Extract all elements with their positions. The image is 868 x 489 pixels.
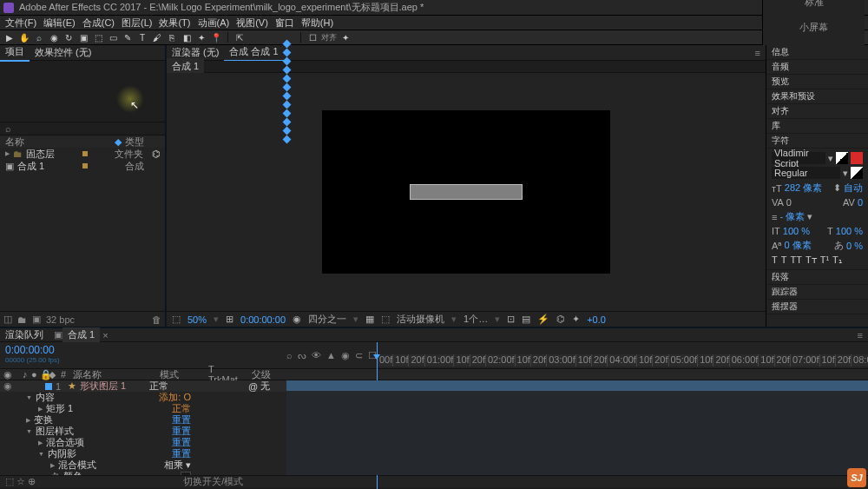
col-source[interactable]: 源名称 bbox=[69, 369, 156, 380]
tl-fx-icon[interactable]: ▲ bbox=[326, 350, 336, 360]
ruler-tick[interactable]: 10f bbox=[515, 354, 530, 367]
ruler-tick[interactable]: 04:00f bbox=[607, 354, 636, 367]
menu-文件(F)[interactable]: 文件(F) bbox=[5, 17, 36, 30]
ruler-tick[interactable]: 10f bbox=[697, 354, 713, 367]
stroke-width[interactable]: - 像素 bbox=[779, 210, 805, 223]
fill-color[interactable] bbox=[851, 152, 863, 164]
panel-字符[interactable]: 字符 bbox=[766, 134, 868, 149]
ruler-tick[interactable]: 10f bbox=[636, 354, 652, 367]
menu-帮助(H)[interactable]: 帮助(H) bbox=[301, 17, 333, 30]
panel-音频[interactable]: 音频 bbox=[766, 60, 868, 75]
label-color[interactable] bbox=[45, 383, 52, 390]
new-folder-icon[interactable]: 🖿 bbox=[17, 314, 27, 325]
search-icon[interactable]: ⌕ bbox=[5, 123, 11, 134]
view-layout[interactable]: 1个… bbox=[464, 313, 488, 326]
font-family[interactable]: Vladimir Script bbox=[772, 152, 825, 164]
col-eye[interactable]: ◉ bbox=[0, 369, 19, 380]
kerning[interactable]: 0 bbox=[786, 197, 792, 208]
ruler-tick[interactable]: 01:00f bbox=[424, 354, 454, 367]
eyedropper-icon[interactable] bbox=[836, 152, 848, 164]
timeline-icon[interactable]: ⌬ bbox=[556, 314, 565, 325]
col-lock[interactable]: 🔒 bbox=[36, 369, 45, 380]
tab-project[interactable]: 项目 bbox=[0, 43, 30, 62]
orbit-tool[interactable]: ◉ bbox=[48, 31, 60, 43]
ruler-tick[interactable]: 10f bbox=[575, 354, 591, 367]
tab-effect-controls[interactable]: 效果控件 (无) bbox=[30, 44, 96, 61]
smallcaps-icon[interactable]: Tᴛ bbox=[806, 254, 817, 266]
col-solo[interactable]: ● bbox=[28, 369, 36, 380]
snapshot-icon[interactable]: ◉ bbox=[293, 314, 301, 325]
col-label[interactable]: ◆ bbox=[45, 369, 57, 380]
bpc-toggle[interactable]: 32 bpc bbox=[46, 314, 75, 325]
tab-comp[interactable]: 合成 合成 1 bbox=[224, 43, 283, 62]
res-icon[interactable]: ⊞ bbox=[226, 314, 233, 325]
hscale[interactable]: 100 % bbox=[836, 226, 863, 236]
panel-预览[interactable]: 预览 bbox=[766, 75, 868, 89]
bold-icon[interactable]: T bbox=[772, 254, 778, 266]
menu-动画(A)[interactable]: 动画(A) bbox=[198, 17, 230, 30]
panel-对齐[interactable]: 对齐 bbox=[766, 104, 868, 119]
flowchart-icon[interactable]: ✦ bbox=[572, 314, 580, 325]
ruler-tick[interactable]: 05:00f bbox=[668, 354, 698, 367]
col-name[interactable]: 名称 bbox=[5, 135, 115, 149]
camera-tool[interactable]: ▣ bbox=[77, 31, 89, 43]
prop-图层样式[interactable]: ▼图层样式重置 bbox=[0, 426, 286, 437]
interpret-footage-icon[interactable]: ◫ bbox=[3, 314, 12, 325]
caps-icon[interactable]: TT bbox=[790, 254, 801, 266]
workspace-standard[interactable]: 标准 bbox=[805, 0, 824, 9]
pixel-aspect-icon[interactable]: ▤ bbox=[522, 314, 530, 325]
ruler-tick[interactable]: 07:00f bbox=[790, 354, 819, 367]
ruler-tick[interactable]: 20f bbox=[652, 354, 667, 367]
vscale[interactable]: 100 % bbox=[783, 226, 810, 236]
baseline[interactable]: 0 像素 bbox=[784, 239, 811, 252]
superscript-icon[interactable]: T¹ bbox=[820, 254, 829, 266]
rotation-tool[interactable]: ↻ bbox=[62, 31, 75, 43]
fast-preview-icon[interactable]: ⚡ bbox=[537, 314, 549, 325]
layer-duration-bar[interactable] bbox=[286, 380, 868, 391]
composition-canvas[interactable] bbox=[322, 110, 610, 274]
ruler-tick[interactable]: 20f bbox=[774, 354, 790, 367]
ruler-tick[interactable]: 20f bbox=[530, 354, 546, 367]
stroke-color[interactable] bbox=[851, 167, 863, 179]
panel-跟踪器[interactable]: 跟踪器 bbox=[766, 285, 868, 300]
pen-tool[interactable]: ✎ bbox=[122, 31, 134, 43]
col-audio[interactable]: ♪ bbox=[19, 369, 28, 380]
col-trkmat[interactable]: T TrkMat bbox=[205, 369, 248, 380]
toggle-switches-icon[interactable]: ⬚ ☆ ⊕ bbox=[5, 476, 36, 487]
eraser-tool[interactable]: ◧ bbox=[181, 31, 193, 43]
puppet-tool[interactable]: 📍 bbox=[210, 31, 222, 43]
ruler-tick[interactable]: 10f bbox=[758, 354, 773, 367]
ruler-tick[interactable]: 03:00f bbox=[546, 354, 575, 367]
tl-shy-icon[interactable]: 👁 bbox=[312, 350, 321, 360]
camera-select[interactable]: 活动摄像机 bbox=[397, 313, 444, 326]
res-dropdown[interactable]: 四分之一 bbox=[308, 313, 346, 326]
ruler-tick[interactable]: 20f bbox=[470, 354, 485, 367]
col-parent[interactable]: 父级 bbox=[248, 369, 283, 380]
panel-摇摆器[interactable]: 摇摆器 bbox=[766, 300, 868, 314]
current-time[interactable]: 0:00:00:00 bbox=[5, 344, 281, 356]
ruler-tick[interactable]: 02:00f bbox=[485, 354, 515, 367]
tsume[interactable]: 0 % bbox=[846, 241, 863, 251]
col-type[interactable]: 类型 bbox=[125, 135, 160, 149]
exposure[interactable]: +0.0 bbox=[587, 314, 606, 325]
prop-内阴影[interactable]: ▼内阴影重置 bbox=[0, 448, 286, 459]
menu-图层(L)[interactable]: 图层(L) bbox=[122, 17, 152, 30]
menu-视图(V)[interactable]: 视图(V) bbox=[236, 17, 268, 30]
hand-tool[interactable]: ✋ bbox=[18, 31, 30, 43]
mask-toggle-icon[interactable]: ⬚ bbox=[381, 314, 390, 325]
ruler-tick[interactable]: 20f bbox=[713, 354, 728, 367]
roto-tool[interactable]: ✦ bbox=[195, 31, 207, 43]
workspace-small[interactable]: 小屏幕 bbox=[799, 21, 828, 34]
ruler-tick[interactable]: 20f bbox=[591, 354, 607, 367]
menu-窗口[interactable]: 窗口 bbox=[275, 17, 294, 30]
menu-效果(T)[interactable]: 效果(T) bbox=[159, 17, 190, 30]
local-axis-icon[interactable]: ⇱ bbox=[233, 31, 246, 43]
pickwhip-icon[interactable]: @ bbox=[248, 381, 257, 392]
col-tag-icon[interactable]: ◆ bbox=[115, 136, 122, 148]
shape-layer-rect[interactable] bbox=[410, 184, 523, 200]
preview-time[interactable]: 0:00:00:00 bbox=[240, 314, 286, 325]
panel-库[interactable]: 库 bbox=[766, 119, 868, 134]
panel-段落[interactable]: 段落 bbox=[766, 270, 868, 285]
panel-效果和预设[interactable]: 效果和预设 bbox=[766, 89, 868, 104]
tab-render-queue[interactable]: 渲染队列 bbox=[0, 327, 49, 342]
